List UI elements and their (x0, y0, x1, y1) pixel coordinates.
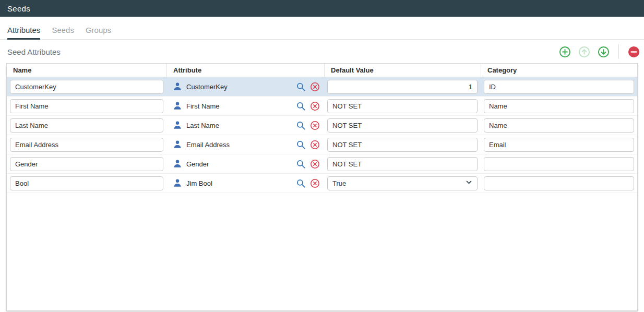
table-row[interactable]: CustomerKey (7, 77, 637, 97)
table-row[interactable]: Jim Bool True (7, 174, 637, 193)
table-row[interactable]: First Name (7, 97, 637, 116)
column-header-name: Name (7, 64, 166, 77)
name-input[interactable] (10, 99, 163, 113)
category-cell (481, 116, 637, 135)
attribute-cell: Last Name (166, 116, 324, 135)
section-title: Seed Attributes (7, 47, 61, 56)
table-row[interactable]: Last Name (7, 116, 637, 135)
remove-button[interactable] (628, 46, 640, 58)
tab-seeds[interactable]: Seeds (52, 26, 74, 40)
attribute-clear-button[interactable] (310, 178, 320, 188)
attribute-clear-button[interactable] (310, 159, 320, 169)
tab-groups[interactable]: Groups (86, 26, 111, 40)
name-input[interactable] (10, 157, 163, 171)
default-value-select[interactable]: True (327, 176, 478, 190)
default-value-input[interactable] (327, 118, 478, 133)
category-cell (481, 135, 637, 154)
attribute-cell: First Name (166, 97, 324, 115)
attribute-label: CustomerKey (186, 83, 292, 91)
move-down-button[interactable] (598, 46, 610, 58)
default-value-cell: True (324, 174, 481, 193)
column-header-default-value: Default Value (324, 64, 481, 77)
name-input[interactable] (10, 80, 163, 94)
attribute-clear-button[interactable] (310, 121, 320, 130)
circle-x-icon (310, 121, 320, 130)
arrow-up-circle-icon (578, 46, 590, 58)
attribute-clear-button[interactable] (310, 82, 320, 92)
attribute-label: First Name (186, 102, 292, 110)
category-input[interactable] (484, 80, 634, 94)
name-input[interactable] (10, 176, 163, 190)
category-input[interactable] (484, 176, 634, 190)
table-body: CustomerKey (7, 77, 637, 193)
name-cell (7, 174, 166, 193)
minus-circle-icon (628, 46, 640, 58)
person-icon (173, 178, 182, 188)
default-value-input[interactable] (327, 80, 478, 94)
attribute-label: Last Name (186, 122, 292, 129)
add-button[interactable] (559, 46, 571, 58)
attribute-search-button[interactable] (296, 159, 306, 169)
attribute-search-button[interactable] (296, 121, 306, 130)
name-cell (7, 135, 166, 154)
tab-bar: Attributes Seeds Groups (0, 26, 644, 40)
name-cell (7, 154, 166, 173)
circle-x-icon (310, 82, 320, 92)
section-bar: Seed Attributes (0, 40, 644, 63)
default-value-cell (324, 116, 481, 135)
attribute-clear-button[interactable] (310, 101, 320, 111)
column-header-attribute: Attribute (166, 64, 324, 77)
attribute-cell: Email Address (166, 135, 324, 154)
seed-attributes-table: Name Attribute Default Value Category Cu… (6, 63, 638, 311)
attribute-label: Gender (186, 160, 292, 168)
person-icon (173, 121, 182, 130)
attribute-label: Email Address (186, 141, 292, 149)
category-input[interactable] (484, 138, 634, 152)
person-icon (173, 159, 182, 169)
name-cell (7, 97, 166, 115)
toolbar (559, 44, 640, 59)
attribute-clear-button[interactable] (310, 140, 320, 150)
table-row[interactable]: Gender (7, 154, 637, 174)
default-value-input[interactable] (327, 99, 478, 113)
move-up-button (578, 46, 590, 58)
name-input[interactable] (10, 118, 163, 133)
search-icon (296, 82, 306, 92)
plus-circle-icon (559, 46, 571, 58)
circle-x-icon (310, 178, 320, 188)
table-header: Name Attribute Default Value Category (7, 64, 637, 77)
category-cell (481, 97, 637, 115)
category-cell (481, 77, 637, 96)
attribute-search-button[interactable] (296, 82, 306, 92)
circle-x-icon (310, 101, 320, 111)
category-cell (481, 174, 637, 193)
search-icon (296, 101, 306, 111)
name-input[interactable] (10, 138, 163, 152)
attribute-search-button[interactable] (296, 101, 306, 111)
default-value-input[interactable] (327, 157, 478, 171)
search-icon (296, 178, 306, 188)
default-value-cell (324, 135, 481, 154)
attribute-cell: Jim Bool (166, 174, 324, 193)
attribute-cell: Gender (166, 154, 324, 173)
person-icon (173, 82, 182, 91)
person-icon (173, 140, 182, 149)
circle-x-icon (310, 140, 320, 150)
category-input[interactable] (484, 99, 634, 113)
window-title-bar: Seeds (0, 0, 644, 17)
default-value-cell (324, 77, 481, 96)
search-icon (296, 121, 306, 130)
category-cell (481, 154, 637, 173)
attribute-label: Jim Bool (186, 179, 292, 187)
circle-x-icon (310, 159, 320, 169)
select-value: True (332, 179, 346, 187)
attribute-search-button[interactable] (296, 178, 306, 188)
attribute-search-button[interactable] (296, 140, 306, 150)
person-icon (173, 101, 182, 111)
chevron-down-icon (466, 179, 472, 187)
tab-attributes[interactable]: Attributes (7, 26, 40, 40)
table-row[interactable]: Email Address (7, 135, 637, 154)
default-value-input[interactable] (327, 138, 478, 152)
category-input[interactable] (484, 157, 634, 171)
category-input[interactable] (484, 118, 634, 133)
